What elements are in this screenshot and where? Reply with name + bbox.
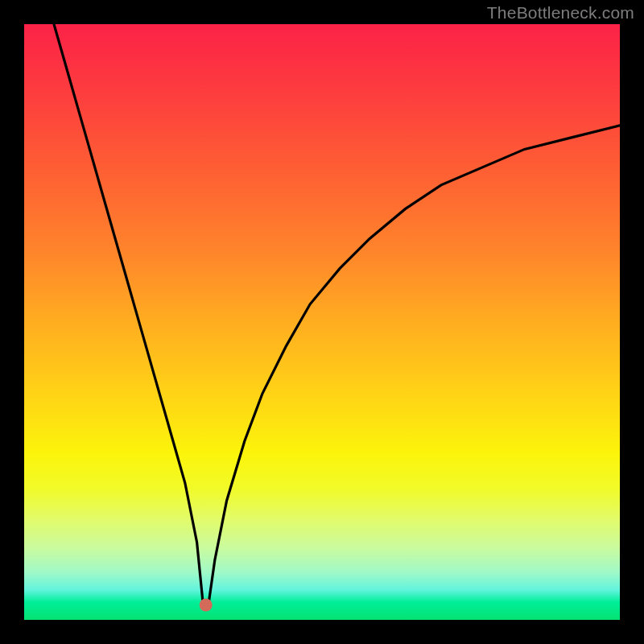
bottleneck-curve-line [54,24,620,602]
optimal-point-marker [200,599,213,612]
chart-plot-area [24,24,620,620]
chart-svg [24,24,620,620]
chart-container: TheBottleneck.com [0,0,644,644]
watermark-text: TheBottleneck.com [487,3,634,23]
